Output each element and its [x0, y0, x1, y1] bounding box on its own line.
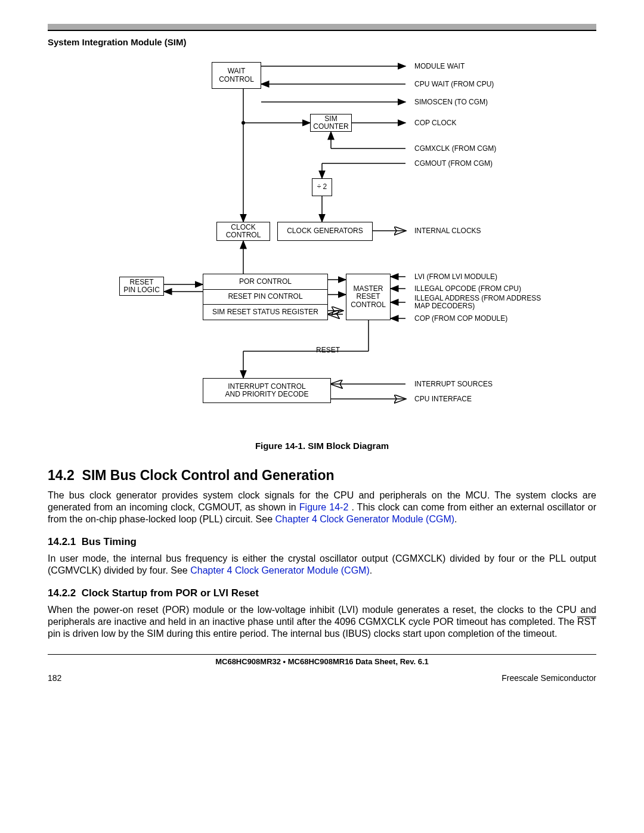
lbl-cgmxclk: CGMXCLK (FROM CGM) — [414, 145, 496, 153]
subsection-title: Bus Timing — [82, 536, 137, 547]
rst-overbar: RST — [577, 617, 596, 627]
lbl-illegal-address: ILLEGAL ADDRESS (FROM ADDRESSMAP DECODER… — [414, 295, 558, 310]
subsection-number: 14.2.1 — [48, 536, 76, 547]
cell-reset-pin-control: RESET PIN CONTROL — [203, 290, 327, 305]
box-reset-pin-logic: RESETPIN LOGIC — [119, 277, 164, 296]
sim-block-diagram: WAITCONTROL SIMCOUNTER ÷ 2 CLOCKCONTROL … — [75, 53, 569, 435]
running-header: System Integration Module (SIM) — [48, 37, 596, 47]
section-paragraph: The bus clock generator provides system … — [48, 490, 596, 525]
page-number: 182 — [48, 673, 61, 683]
link-chapter-4-cgm-2[interactable]: Chapter 4 Clock Generator Module (CGM) — [190, 565, 370, 575]
bus-timing-paragraph: In user mode, the internal bus frequency… — [48, 553, 596, 577]
subsection-heading-bus-timing: 14.2.1 Bus Timing — [48, 536, 596, 548]
header-rule — [48, 24, 596, 31]
footer-doc-title: MC68HC908MR32 • MC68HC908MR16 Data Sheet… — [48, 655, 596, 673]
subsection-heading-clock-startup: 14.2.2 Clock Startup from POR or LVI Res… — [48, 587, 596, 599]
box-clock-generators: CLOCK GENERATORS — [277, 222, 373, 241]
subsection-number-2: 14.2.2 — [48, 587, 76, 599]
link-chapter-4-cgm[interactable]: Chapter 4 Clock Generator Module (CGM) — [275, 514, 455, 524]
lbl-internal-clocks: INTERNAL CLOCKS — [414, 227, 481, 235]
lbl-module-wait: MODULE WAIT — [414, 63, 465, 70]
box-clock-control: CLOCKCONTROL — [216, 222, 270, 241]
clock-startup-paragraph: When the power-on reset (POR) module or … — [48, 604, 596, 640]
box-interrupt-control: INTERRUPT CONTROLAND PRIORITY DECODE — [203, 378, 331, 403]
lbl-reset: RESET — [316, 346, 340, 354]
footer-line: 182 Freescale Semiconductor — [48, 673, 596, 683]
section-title: SIM Bus Clock Control and Generation — [82, 467, 335, 483]
lbl-cgmout: CGMOUT (FROM CGM) — [414, 160, 493, 168]
lbl-interrupt-sources: INTERRUPT SOURCES — [414, 380, 493, 388]
figure-caption: Figure 14-1. SIM Block Diagram — [48, 441, 596, 451]
footer-company: Freescale Semiconductor — [501, 673, 596, 683]
lbl-cop-clock: COP CLOCK — [414, 119, 456, 127]
box-wait-control: WAITCONTROL — [212, 62, 261, 89]
lbl-cpu-interface: CPU INTERFACE — [414, 395, 472, 403]
cell-sim-reset-status: SIM RESET STATUS REGISTER — [203, 305, 327, 320]
box-div2: ÷ 2 — [312, 178, 332, 196]
box-master-reset-control: MASTERRESETCONTROL — [346, 274, 391, 320]
link-figure-14-2[interactable]: Figure 14-2 — [299, 502, 348, 512]
lbl-illegal-opcode: ILLEGAL OPCODE (FROM CPU) — [414, 285, 521, 293]
cell-por-control: POR CONTROL — [203, 274, 327, 290]
lbl-lvi: LVI (FROM LVI MODULE) — [414, 273, 497, 281]
lbl-cop: COP (FROM COP MODULE) — [414, 315, 507, 323]
section-number: 14.2 — [48, 467, 75, 483]
box-sim-counter: SIMCOUNTER — [310, 114, 352, 132]
lbl-simoscen: SIMOSCEN (TO CGM) — [414, 98, 488, 106]
subsection-title-2: Clock Startup from POR or LVI Reset — [82, 587, 259, 599]
diagram-wires — [75, 53, 569, 435]
page: System Integration Module (SIM) — [0, 0, 644, 701]
lbl-cpu-wait: CPU WAIT (FROM CPU) — [414, 80, 494, 88]
box-reset-group: POR CONTROL RESET PIN CONTROL SIM RESET … — [203, 274, 328, 320]
section-heading: 14.2 SIM Bus Clock Control and Generatio… — [48, 467, 596, 484]
